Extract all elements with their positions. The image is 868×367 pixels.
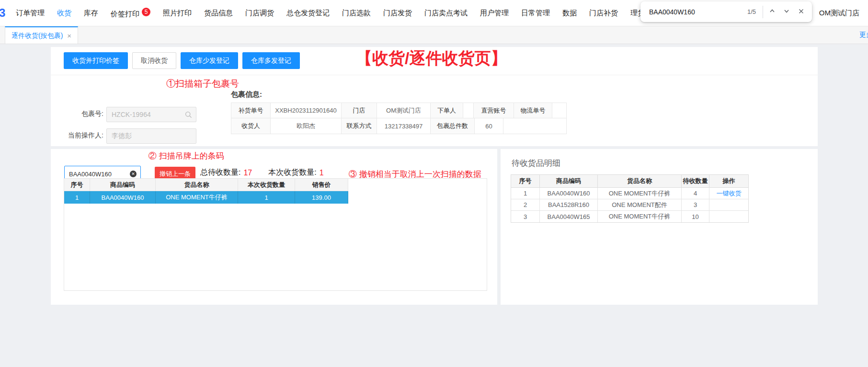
replenish-no-value: XXBH2023112901640 bbox=[271, 103, 342, 118]
chevron-up-icon bbox=[769, 8, 776, 16]
nav-item-warehouse-ship-register[interactable]: 总仓发货登记 bbox=[280, 9, 336, 18]
total-pieces-label: 包裹总件数 bbox=[431, 118, 475, 134]
cell-qty: 1 bbox=[238, 191, 295, 204]
col-header-code: 商品编码 bbox=[540, 175, 598, 187]
package-no-input[interactable] bbox=[106, 107, 196, 122]
contact-label: 联系方式 bbox=[342, 118, 377, 134]
receiver-value: 欧阳杰 bbox=[271, 118, 342, 134]
nav-item-product-info[interactable]: 货品信息 bbox=[198, 9, 239, 18]
nav-item-store-transfer[interactable]: 门店调货 bbox=[239, 9, 280, 18]
nav-item-receiving[interactable]: 收货 bbox=[51, 9, 78, 18]
action-toolbar: 收货并打印价签 取消收货 仓库少发登记 仓库多发登记 bbox=[64, 52, 300, 69]
tab-bar: 逐件收货(按包裹) × 更多 bbox=[0, 26, 868, 44]
one-click-receive-link[interactable]: 一键收货 bbox=[717, 189, 742, 198]
find-previous-button[interactable] bbox=[765, 5, 779, 19]
divider bbox=[51, 75, 818, 75]
cell-name: ONE MOMENT牛仔裤 bbox=[156, 191, 238, 204]
orderer-value bbox=[463, 103, 474, 118]
warehouse-over-ship-button[interactable]: 仓库多发登记 bbox=[242, 52, 300, 69]
scanned-items-table: 序号 商品编码 货品名称 本次收货数量 销售价 1 BAA0040W160 ON… bbox=[64, 178, 487, 291]
more-tabs-link[interactable]: 更多 bbox=[859, 31, 868, 39]
pending-items-title: 待收货品明细 bbox=[512, 158, 560, 169]
nav-item-user-management[interactable]: 用户管理 bbox=[474, 9, 515, 18]
tab-item-receiving-by-package[interactable]: 逐件收货(按包裹) × bbox=[5, 26, 78, 44]
cell-action bbox=[709, 211, 748, 222]
nav-item-inventory[interactable]: 库存 bbox=[78, 9, 104, 18]
nav-item-store-selection[interactable]: 门店选款 bbox=[336, 9, 377, 18]
col-header-name: 货品名称 bbox=[598, 175, 682, 187]
nav-item-store-replenish[interactable]: 门店补货 bbox=[583, 9, 624, 18]
find-in-page-bar: BAA0040W160 1/5 bbox=[640, 1, 812, 22]
package-no-label: 包裹号: bbox=[70, 110, 103, 118]
nav-item-price-tag-print[interactable]: 价签打印5 bbox=[104, 8, 157, 19]
find-query-input[interactable]: BAA0040W160 bbox=[649, 8, 695, 16]
store-value: OM测试门店 bbox=[377, 103, 431, 118]
annotation-step1: ①扫描箱子包裹号 bbox=[166, 78, 239, 90]
table-row-selected[interactable]: 1 BAA0040W160 ONE MOMENT牛仔裤 1 139.00 bbox=[64, 191, 348, 204]
cell-code: BAA0040W160 bbox=[90, 191, 156, 204]
pending-items-header-row: 序号 商品编码 货品名称 待收数量 操作 bbox=[511, 175, 748, 188]
total-pieces-value: 60 bbox=[475, 118, 503, 134]
nav-item-daily-management[interactable]: 日常管理 bbox=[515, 9, 556, 18]
cell-price: 139.00 bbox=[295, 191, 348, 204]
cell-name: ONE MOMENT牛仔裤 bbox=[598, 211, 682, 222]
store-label: 门店 bbox=[342, 103, 377, 118]
notification-badge: 5 bbox=[142, 8, 150, 16]
find-next-button[interactable] bbox=[779, 5, 794, 19]
receiver-label: 收货人 bbox=[231, 118, 271, 134]
cell-seq: 1 bbox=[511, 188, 540, 199]
operator-input[interactable] bbox=[106, 128, 196, 144]
col-header-name: 货品名称 bbox=[156, 179, 238, 191]
page-title: 【收货/逐件收货页】 bbox=[356, 47, 507, 69]
cell-pending-qty: 4 bbox=[682, 188, 709, 199]
cell-code: BAA1528R160 bbox=[540, 199, 598, 210]
receive-and-print-button[interactable]: 收货并打印价签 bbox=[64, 52, 128, 69]
store-name-link[interactable]: OM测试门店 bbox=[819, 9, 859, 18]
quantity-summary: 总待收数量: 17 本次收货数量: 1 bbox=[200, 168, 324, 178]
app-logo: 3 bbox=[0, 6, 7, 20]
warehouse-short-ship-button[interactable]: 仓库少发登记 bbox=[181, 52, 238, 69]
operator-label: 当前操作人: bbox=[63, 131, 103, 140]
logistics-no-value bbox=[552, 103, 566, 118]
col-header-code: 商品编码 bbox=[90, 179, 156, 191]
cell-seq: 3 bbox=[511, 211, 540, 222]
table-row: 2 BAA1528R160 ONE MOMENT配件 3 bbox=[511, 199, 748, 211]
nav-item-photo-print[interactable]: 照片打印 bbox=[157, 9, 198, 18]
scan-panel: ② 扫描吊牌上的条码 ✕ 撤销上一条 总待收数量: 17 本次收货数量: 1 ③… bbox=[51, 149, 497, 305]
current-qty-label: 本次收货数量: bbox=[268, 168, 316, 178]
col-header-seq: 序号 bbox=[511, 175, 540, 187]
col-header-price: 销售价 bbox=[295, 179, 348, 191]
cancel-receive-button[interactable]: 取消收货 bbox=[132, 52, 176, 69]
receive-header-panel: 收货并打印价签 取消收货 仓库少发登记 仓库多发登记 【收货/逐件收货页】 ①扫… bbox=[51, 47, 818, 146]
scanned-items-header-row: 序号 商品编码 货品名称 本次收货数量 销售价 bbox=[64, 179, 348, 191]
col-header-pending-qty: 待收数量 bbox=[682, 175, 709, 187]
contact-value: 13217338497 bbox=[377, 118, 431, 134]
pending-total-label: 总待收数量: bbox=[200, 168, 240, 178]
nav-item-store-shipping[interactable]: 门店发货 bbox=[377, 9, 418, 18]
nav-item-order-management[interactable]: 订单管理 bbox=[10, 9, 51, 18]
table-row: 3 BAA0040W165 ONE MOMENT牛仔裤 10 bbox=[511, 211, 748, 222]
search-icon bbox=[185, 111, 192, 120]
package-info-title: 包裹信息: bbox=[231, 90, 262, 99]
empty-cell bbox=[503, 118, 566, 134]
clear-input-icon[interactable]: ✕ bbox=[130, 171, 137, 177]
find-close-button[interactable] bbox=[794, 5, 808, 19]
find-match-count: 1/5 bbox=[747, 8, 763, 15]
annotation-step2: ② 扫描吊牌上的条码 bbox=[148, 150, 224, 161]
cell-pending-qty: 3 bbox=[682, 199, 709, 210]
pending-total-value: 17 bbox=[243, 169, 252, 177]
close-icon bbox=[798, 8, 804, 16]
nav-item-price-tag-print-label: 价签打印 bbox=[111, 10, 139, 18]
cell-code: BAA0040W160 bbox=[540, 188, 598, 199]
col-header-action: 操作 bbox=[709, 175, 748, 187]
cell-name: ONE MOMENT牛仔裤 bbox=[598, 188, 682, 199]
table-row: 1 BAA0040W160 ONE MOMENT牛仔裤 4 一键收货 bbox=[511, 188, 748, 199]
package-info-table: 补货单号 XXBH2023112901640 门店 OM测试门店 下单人 直营账… bbox=[231, 103, 567, 134]
tab-close-icon[interactable]: × bbox=[67, 32, 71, 40]
cell-pending-qty: 10 bbox=[682, 211, 709, 222]
nav-item-store-exam[interactable]: 门店卖点考试 bbox=[418, 9, 474, 18]
col-header-seq: 序号 bbox=[64, 179, 90, 191]
nav-item-data[interactable]: 数据 bbox=[556, 9, 583, 18]
cell-code: BAA0040W165 bbox=[540, 211, 598, 222]
cell-action bbox=[709, 199, 748, 210]
